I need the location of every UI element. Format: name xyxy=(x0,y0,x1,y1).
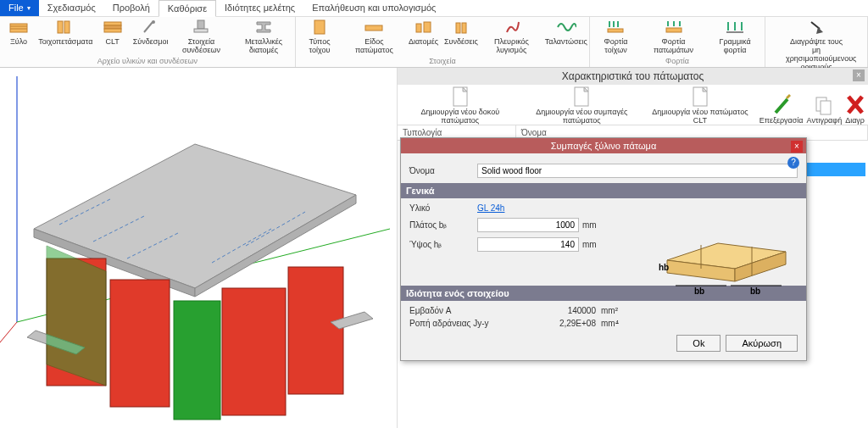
edit-button[interactable]: Επεξεργασία xyxy=(760,94,804,125)
svg-rect-17 xyxy=(462,23,466,33)
svg-rect-6 xyxy=(104,25,121,29)
ribbon-connection-elements-button[interactable]: Στοιχεία συνδέσεων xyxy=(170,17,233,57)
svg-rect-59 xyxy=(821,101,831,114)
ribbon-wood-button[interactable]: Ξύλο xyxy=(0,17,37,57)
file-menu-button[interactable]: File ▾ xyxy=(0,0,39,16)
document-icon xyxy=(691,86,709,108)
dialog-close-button[interactable]: × xyxy=(791,141,803,153)
tab-study-properties[interactable]: Ιδιότητες μελέτης xyxy=(216,0,303,16)
inertia-value: 2,29E+08 xyxy=(520,319,596,328)
svg-rect-14 xyxy=(416,24,421,32)
cancel-button[interactable]: Ακύρωση xyxy=(726,335,798,352)
svg-rect-3 xyxy=(58,21,63,33)
tab-define[interactable]: Καθόρισε xyxy=(159,0,216,17)
ribbon-line-loads-button[interactable]: Γραμμικά φορτία xyxy=(705,17,765,57)
general-section-header: Γενικά xyxy=(401,183,806,198)
svg-rect-45 xyxy=(222,288,286,415)
lateral-buckling-icon xyxy=(502,19,522,36)
ribbon-wall-loads-button[interactable]: Φορτία τοίχων xyxy=(590,17,642,57)
walltype-icon xyxy=(309,19,330,36)
line-loads-icon xyxy=(725,19,745,36)
ribbon-sections-button[interactable]: Διατομές xyxy=(405,17,442,57)
ok-button[interactable]: Ok xyxy=(676,335,721,352)
width-unit: mm xyxy=(582,220,597,230)
model-viewport[interactable] xyxy=(0,68,398,428)
file-menu-label: File xyxy=(8,3,24,13)
svg-rect-15 xyxy=(424,22,431,32)
svg-rect-5 xyxy=(104,22,121,25)
wallpanels-icon xyxy=(55,19,75,36)
tab-view[interactable]: Προβολή xyxy=(104,0,159,16)
dialog-title: Συμπαγές ξύλινο πάτωμα xyxy=(551,141,657,151)
ribbon-group-label-elements: Στοιχεία xyxy=(296,57,589,67)
dialog-title-bar[interactable]: Συμπαγές ξύλινο πάτωμα × xyxy=(401,138,806,153)
svg-rect-11 xyxy=(194,29,208,32)
material-link[interactable]: GL 24h xyxy=(477,203,504,213)
pencil-icon xyxy=(772,94,791,116)
svg-rect-16 xyxy=(456,23,460,33)
name-label: Όνομα xyxy=(409,166,477,175)
panel-close-button[interactable]: × xyxy=(853,69,865,81)
svg-text:hb: hb xyxy=(659,263,669,272)
wall-loads-icon xyxy=(605,19,626,36)
panel-title-bar: Χαρακτηριστικά του πάτωματος × xyxy=(398,68,868,85)
svg-rect-13 xyxy=(365,25,382,31)
ribbon-walltype-button[interactable]: Τύπος τοίχου xyxy=(296,17,343,57)
svg-point-9 xyxy=(152,20,155,24)
ribbon-group-label-materials: Αρχείο υλικών και συνδέσεων xyxy=(0,57,295,67)
vibrations-icon xyxy=(556,19,576,36)
material-label: Υλικό xyxy=(409,203,477,213)
svg-rect-46 xyxy=(288,267,343,394)
ribbon-wallpanels-button[interactable]: Τοιχοπετάσματα xyxy=(37,17,94,57)
tab-design[interactable]: Σχεδιασμός xyxy=(39,0,104,16)
ribbon-group-label-loads: Φορτία xyxy=(590,57,765,67)
height-input[interactable] xyxy=(477,237,579,252)
svg-rect-0 xyxy=(10,24,27,32)
ribbon-connectors-button[interactable]: Σύνδεσμοι xyxy=(131,17,170,57)
copy-button[interactable]: Αντιγραφή xyxy=(807,94,843,125)
svg-rect-7 xyxy=(104,29,121,32)
document-icon xyxy=(572,86,591,108)
svg-line-32 xyxy=(0,322,17,424)
solid-wood-floor-dialog: Συμπαγές ξύλινο πάτωμα × ? Όνομα Γενικά … xyxy=(400,137,807,361)
name-input[interactable] xyxy=(477,164,798,178)
dropdown-arrow-icon: ▾ xyxy=(27,4,31,12)
ribbon: Ξύλο Τοιχοπετάσματα CLT Σύνδεσμοι Στοιχε… xyxy=(0,17,868,68)
model-3d-icon xyxy=(0,68,398,428)
width-label: Πλάτος bᵦ xyxy=(409,220,477,230)
tab-verification[interactable]: Επαλήθευση και υπολογισμός xyxy=(303,0,444,16)
ribbon-clt-button[interactable]: CLT xyxy=(94,17,131,57)
ribbon-connections-button[interactable]: Συνδέσεις xyxy=(442,17,481,57)
svg-rect-4 xyxy=(64,21,70,33)
width-input[interactable] xyxy=(477,218,579,232)
floortype-icon xyxy=(364,19,384,36)
svg-line-8 xyxy=(144,22,153,32)
svg-rect-12 xyxy=(314,20,325,34)
sections-icon xyxy=(414,19,434,36)
new-clt-floor-button[interactable]: Δημιουργία νέου πατώματος CLT xyxy=(644,86,756,125)
ribbon-floor-loads-button[interactable]: Φορτία πατωμάτων xyxy=(642,17,705,57)
ribbon-delete-unused-button[interactable]: Διαγράψτε τους μη χρησιμοποιούμενους ορι… xyxy=(765,17,867,71)
connectors-icon xyxy=(141,19,161,36)
cross-section-diagram: hb bb bb xyxy=(659,235,794,294)
ribbon-vibrations-button[interactable]: Ταλαντώσεις xyxy=(543,17,589,57)
ribbon-metal-sections-button[interactable]: Μεταλλικές διατομές xyxy=(232,17,295,57)
delete-button[interactable]: Διαγρ xyxy=(845,94,865,125)
broom-icon xyxy=(806,19,826,36)
help-button[interactable]: ? xyxy=(787,157,799,169)
ribbon-floortype-button[interactable]: Είδος πατώματος xyxy=(343,17,404,57)
connection-elements-icon xyxy=(191,19,211,36)
new-floor-beam-button[interactable]: Δημιουργία νέου δοκού πατώματος xyxy=(401,86,520,125)
area-value: 140000 xyxy=(520,306,596,315)
svg-rect-10 xyxy=(198,20,204,29)
ribbon-lateral-buckling-button[interactable]: Πλευρικός λυγισμός xyxy=(480,17,542,57)
svg-rect-25 xyxy=(666,28,682,32)
height-unit: mm xyxy=(582,240,597,249)
new-solid-floor-button[interactable]: Δημιουργία νέου συμπαγές πατώματος xyxy=(523,86,642,125)
svg-rect-21 xyxy=(608,29,623,32)
svg-line-56 xyxy=(776,99,787,113)
panel-title: Χαρακτηριστικά του πάτωματος xyxy=(562,70,704,82)
wood-icon xyxy=(8,19,29,36)
inertia-unit: mm⁴ xyxy=(596,319,630,328)
inertia-label: Ροπή αδράνειας Jy-y xyxy=(409,319,520,328)
